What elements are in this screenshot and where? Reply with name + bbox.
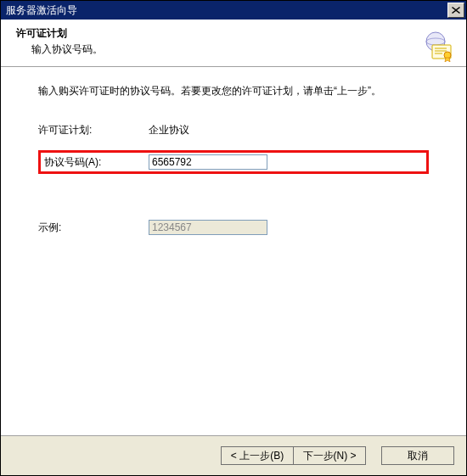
header-title: 许可证计划 (16, 26, 466, 41)
back-button[interactable]: < 上一步(B) (221, 446, 294, 465)
close-button[interactable] (447, 3, 464, 18)
titlebar: 服务器激活向导 (1, 1, 466, 20)
example-row: 示例: (38, 220, 429, 235)
header-subtitle: 输入协议号码。 (31, 42, 466, 57)
agreement-label: 协议号码(A): (44, 155, 149, 170)
cancel-button[interactable]: 取消 (381, 446, 454, 465)
next-button[interactable]: 下一步(N) > (293, 446, 366, 465)
plan-value: 企业协议 (149, 123, 189, 137)
example-label: 示例: (38, 221, 149, 235)
plan-label: 许可证计划: (38, 123, 149, 137)
plan-row: 许可证计划: 企业协议 (38, 120, 429, 140)
wizard-content: 输入购买许可证时的协议号码。若要更改您的许可证计划，请单击“上一步”。 许可证计… (11, 69, 456, 433)
agreement-number-input[interactable] (149, 154, 267, 170)
window-title: 服务器激活向导 (6, 3, 77, 18)
wizard-window: 服务器激活向导 许可证计划 输入协议号码。 输入购买许可证时的协议号码。若要更改… (0, 0, 467, 476)
close-icon (452, 7, 460, 14)
certificate-icon (424, 31, 454, 62)
agreement-row-highlight: 协议号码(A): (38, 150, 429, 174)
wizard-footer: < 上一步(B) 下一步(N) > 取消 (1, 435, 466, 475)
wizard-header: 许可证计划 输入协议号码。 (1, 20, 466, 67)
instruction-text: 输入购买许可证时的协议号码。若要更改您的许可证计划，请单击“上一步”。 (38, 82, 429, 99)
example-value-display (149, 220, 267, 235)
